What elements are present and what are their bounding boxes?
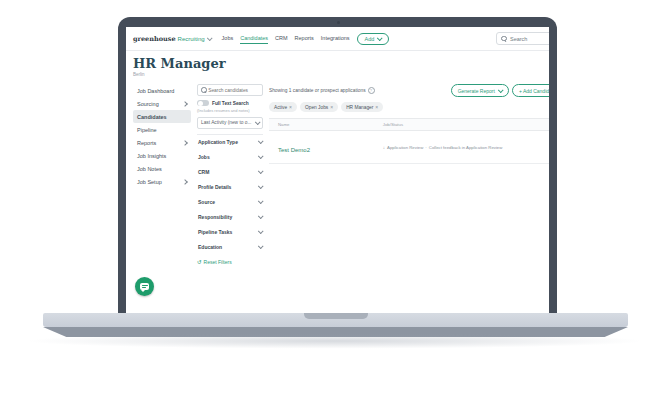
- add-candidate-button[interactable]: + Add Candidate: [512, 84, 549, 97]
- chip-label: Open Jobs: [305, 105, 328, 110]
- sidebar-item-candidates[interactable]: Candidates: [133, 110, 191, 123]
- primary-nav: Jobs Candidates CRM Reports Integrations: [222, 33, 350, 44]
- sidebar-item-label: Reports: [137, 140, 156, 146]
- filter-section-education[interactable]: Education: [197, 240, 263, 255]
- nav-item-jobs[interactable]: Jobs: [222, 33, 234, 44]
- filter-section-pipeline-tasks[interactable]: Pipeline Tasks: [197, 225, 263, 240]
- nav-item-integrations[interactable]: Integrations: [321, 33, 350, 44]
- close-icon[interactable]: ×: [289, 104, 292, 110]
- results-summary-text: Showing 1 candidate or prospect applicat…: [269, 88, 366, 93]
- laptop-base: [43, 313, 628, 327]
- add-button-label: Add: [365, 36, 375, 42]
- nav-item-reports[interactable]: Reports: [295, 33, 314, 44]
- chevron-down-icon: [255, 119, 261, 125]
- sidebar-item-label: Job Notes: [137, 166, 162, 172]
- full-text-search-toggle[interactable]: [197, 100, 209, 106]
- sidebar-item-pipeline[interactable]: Pipeline: [133, 123, 191, 136]
- filter-section-jobs[interactable]: Jobs: [197, 150, 263, 165]
- add-candidate-label: + Add Candidate: [519, 88, 549, 94]
- filter-section-label: Responsibility: [198, 214, 232, 220]
- sidebar-item-job-notes[interactable]: Job Notes: [133, 162, 191, 175]
- filter-section-application-type[interactable]: Application Type: [197, 135, 263, 150]
- content-area: Job Dashboard Sourcing Candidates Pipeli…: [126, 77, 549, 265]
- laptop-shadow: [15, 333, 655, 349]
- sidebar-item-job-insights[interactable]: Job Insights: [133, 149, 191, 162]
- chip-open-jobs[interactable]: Open Jobs ×: [300, 102, 338, 112]
- reset-filters-link[interactable]: ↺ Reset Filters: [197, 259, 263, 265]
- webcam-dot: [337, 21, 340, 24]
- nav-item-crm[interactable]: CRM: [275, 33, 288, 44]
- close-icon[interactable]: ×: [375, 104, 378, 110]
- sidebar-item-reports[interactable]: Reports: [133, 136, 191, 149]
- chevron-down-icon: [258, 243, 264, 249]
- sidebar-item-label: Job Dashboard: [137, 88, 174, 94]
- laptop-base-notch: [304, 313, 368, 319]
- filter-section-crm[interactable]: CRM: [197, 165, 263, 180]
- top-navbar: greenhouse Recruiting Jobs Candidates CR…: [126, 27, 549, 51]
- chevron-down-icon: [258, 153, 264, 159]
- filter-chips: Active × Open Jobs × HR Manager ×: [269, 102, 549, 112]
- search-icon: [201, 87, 206, 93]
- help-icon[interactable]: ?: [368, 87, 375, 94]
- results-area: Showing 1 candidate or prospect applicat…: [269, 84, 549, 164]
- table-row[interactable]: Test Demo2 ↓ Application Review · Collec…: [269, 131, 549, 164]
- filter-section-label: Jobs: [198, 154, 210, 160]
- chevron-down-icon: [258, 168, 264, 174]
- filter-section-label: Education: [198, 244, 222, 250]
- filter-section-label: CRM: [198, 169, 209, 175]
- sidebar-item-job-dashboard[interactable]: Job Dashboard: [133, 84, 191, 97]
- reset-filters-label: Reset Filters: [204, 259, 232, 265]
- filter-section-label: Pipeline Tasks: [198, 229, 232, 235]
- sidebar-item-label: Job Setup: [137, 179, 162, 185]
- generate-report-button[interactable]: Generate Report: [451, 84, 509, 97]
- sidebar-item-job-setup[interactable]: Job Setup: [133, 175, 191, 188]
- close-icon[interactable]: ×: [330, 104, 333, 110]
- status-separator: ·: [425, 145, 426, 150]
- add-button[interactable]: Add: [357, 33, 390, 45]
- chevron-right-icon: [182, 101, 188, 107]
- page-header: HR Manager Berlin: [126, 51, 549, 77]
- chip-label: Active: [274, 105, 287, 110]
- chat-bubble-icon: [140, 283, 149, 290]
- chevron-down-icon: [498, 87, 504, 93]
- chevron-down-icon: [258, 138, 264, 144]
- chevron-down-icon: [258, 183, 264, 189]
- candidate-search-input[interactable]: [208, 88, 259, 93]
- filter-section-source[interactable]: Source: [197, 195, 263, 210]
- logo-chevron-down-icon: [206, 35, 212, 41]
- filter-section-label: Source: [198, 199, 215, 205]
- sidebar-item-label: Job Insights: [137, 153, 166, 159]
- full-text-search-label: Full Text Search: [212, 101, 249, 106]
- greenhouse-logo[interactable]: greenhouse Recruiting: [133, 35, 211, 43]
- chip-hr-manager[interactable]: HR Manager ×: [341, 102, 383, 112]
- global-search-box[interactable]: Search: [496, 32, 549, 45]
- filter-section-profile-details[interactable]: Profile Details: [197, 180, 263, 195]
- sidebar-item-sourcing[interactable]: Sourcing: [133, 97, 191, 110]
- stage-arrow-icon: ↓: [383, 145, 385, 150]
- sidebar-item-label: Sourcing: [137, 101, 159, 107]
- logo-primary-text: greenhouse: [133, 35, 176, 43]
- chat-button[interactable]: [135, 277, 154, 296]
- candidate-status: ↓ Application Review · Collect feedback …: [383, 145, 540, 150]
- chip-label: HR Manager: [346, 105, 373, 110]
- stage-note: Collect feedback in Application Review: [429, 145, 503, 150]
- logo-secondary-text: Recruiting: [178, 36, 205, 42]
- reset-icon: ↺: [197, 260, 202, 264]
- chevron-right-icon: [182, 179, 188, 185]
- page-title: HR Manager: [133, 56, 549, 71]
- chip-active[interactable]: Active ×: [269, 102, 297, 112]
- table-header: Name Job/Status: [269, 118, 549, 131]
- filter-section-label: Profile Details: [198, 184, 231, 190]
- candidate-search-box[interactable]: [197, 84, 263, 96]
- candidate-name-link[interactable]: Test Demo2: [278, 147, 310, 153]
- column-header-job-status: Job/Status: [383, 122, 540, 127]
- full-text-search-hint: (Includes resumes and notes): [197, 108, 263, 113]
- candidates-table: Name Job/Status Test Demo2 ↓ Application…: [269, 118, 549, 164]
- generate-report-label: Generate Report: [458, 88, 495, 94]
- nav-item-candidates[interactable]: Candidates: [240, 33, 268, 44]
- filter-section-responsibility[interactable]: Responsibility: [197, 210, 263, 225]
- filter-section-label: Application Type: [198, 139, 238, 145]
- sort-select[interactable]: Last Activity (new to o...: [197, 117, 263, 129]
- sidebar-item-label: Candidates: [137, 114, 167, 120]
- chevron-down-icon: [258, 198, 264, 204]
